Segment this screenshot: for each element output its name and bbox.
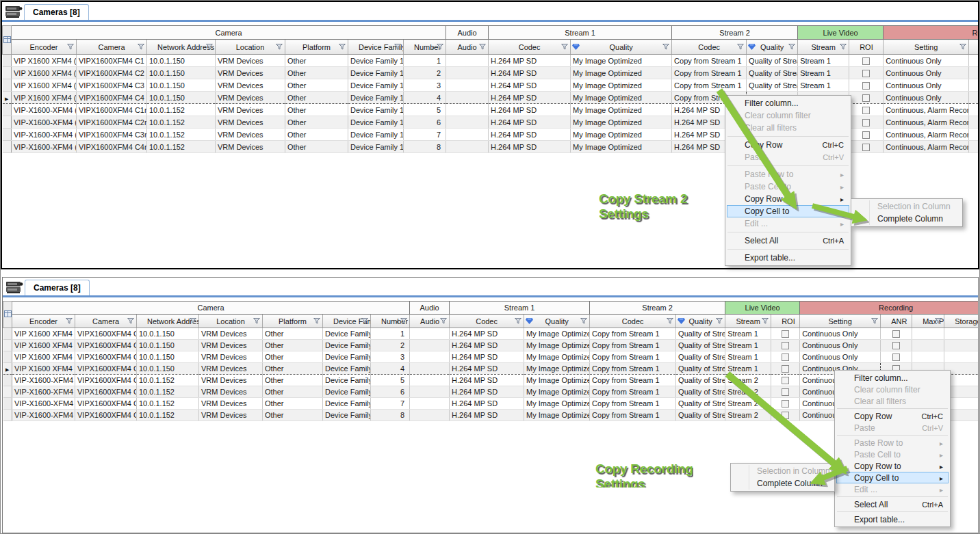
cell-audio[interactable] (410, 351, 450, 363)
cell-anr[interactable] (969, 129, 978, 141)
cell-codec[interactable]: H.264 MP SD (450, 410, 524, 421)
submenu-item-complete-column[interactable]: Complete Column (732, 477, 833, 490)
column-header-camera[interactable]: Camera (75, 315, 137, 328)
cell-codec[interactable]: Copy from Stream 1 (590, 351, 676, 363)
cell-device-family[interactable]: Device Family 1 (348, 55, 404, 67)
cell-encoder[interactable]: VIP X1600 XFM4 (10. (12, 67, 77, 79)
filter-funnel-icon[interactable] (66, 317, 73, 325)
cell-network-address[interactable]: 10.0.1.152 (137, 375, 199, 386)
checkbox-unchecked[interactable] (862, 94, 870, 102)
cell-codec[interactable]: Copy from Stream 1 (590, 340, 676, 351)
filter-funnel-icon[interactable] (190, 317, 196, 325)
column-header-quality[interactable]: Quality (676, 315, 725, 328)
cell-codec[interactable]: H.264 MP SD (489, 92, 571, 104)
column-header-codec[interactable]: Codec (590, 315, 676, 328)
column-header-storage-min-ti[interactable]: Storage Min Ti (944, 315, 978, 328)
menu-item-select-all[interactable]: Select AllCtrl+A (836, 498, 949, 510)
checkbox-unchecked[interactable] (862, 57, 870, 65)
cell-location[interactable]: VRM Devices (199, 328, 263, 340)
cell-anr[interactable] (881, 328, 912, 340)
cell-roi[interactable] (771, 363, 800, 375)
cell-quality[interactable]: My Image Optimized (571, 55, 672, 67)
row-selector[interactable] (3, 129, 12, 141)
cell-roi[interactable] (771, 375, 800, 386)
cell-platform[interactable]: Other (263, 410, 323, 421)
cell-setting[interactable]: Continuous Only (800, 328, 881, 340)
cell-number[interactable]: 8 (371, 410, 410, 421)
cell-network-address[interactable]: 10.0.1.150 (137, 340, 199, 351)
cell-anr[interactable] (969, 141, 978, 153)
cell-encoder[interactable]: VIP-X1600-XFM4 (10. (12, 398, 75, 410)
cell-device-family[interactable]: Device Family 1 (323, 386, 371, 398)
cell-quality[interactable]: My Image Optimized (524, 375, 590, 386)
cell-camera[interactable]: VIPX1600XFM4 C2r (75, 386, 137, 398)
cell-location[interactable]: VRM Devices (199, 351, 263, 363)
cell-location[interactable]: VRM Devices (216, 116, 285, 129)
row-selector[interactable]: ▶ (3, 92, 12, 104)
cell-anr[interactable] (969, 116, 978, 129)
checkbox-unchecked[interactable] (892, 342, 900, 349)
cell-codec[interactable]: Copy from Stream 1 (590, 398, 676, 410)
cell-number[interactable]: 5 (371, 375, 410, 386)
checkbox-unchecked[interactable] (782, 330, 789, 338)
cell-network-address[interactable]: 10.0.1.150 (137, 328, 199, 340)
cell-quality[interactable]: Quality of Strea (747, 79, 798, 92)
tab-cameras[interactable]: Cameras [8] (24, 4, 89, 20)
checkbox-unchecked[interactable] (782, 342, 789, 349)
checkbox-unchecked[interactable] (862, 119, 870, 126)
cell-network-address[interactable]: 10.0.1.150 (147, 55, 216, 67)
cell-setting[interactable]: Continuous, Alarm Recordin (884, 104, 969, 116)
menu-item-filter-column[interactable]: Filter column... (727, 97, 849, 109)
filter-funnel-icon[interactable] (361, 317, 368, 325)
filter-funnel-icon[interactable] (959, 43, 966, 51)
cell-network-address[interactable]: 10.0.1.152 (147, 129, 216, 141)
cell-number[interactable]: 8 (404, 141, 446, 153)
cell-platform[interactable]: Other (285, 141, 348, 153)
filter-funnel-icon[interactable] (206, 43, 213, 51)
checkbox-unchecked[interactable] (782, 400, 789, 408)
cell-storage-min-ti[interactable] (944, 328, 978, 340)
cell-platform[interactable]: Other (285, 79, 348, 92)
filter-funnel-icon[interactable] (394, 43, 401, 51)
cell-codec[interactable]: H.264 MP SD (450, 328, 524, 340)
column-header-anr[interactable]: ANR (881, 315, 912, 328)
cell-encoder[interactable]: VIP-X1600-XFM4 (10. (12, 410, 75, 421)
cell-number[interactable]: 4 (371, 363, 410, 375)
filter-funnel-icon[interactable] (716, 317, 723, 325)
cell-quality[interactable]: My Image Optimized (571, 79, 672, 92)
cell-setting[interactable]: Continuous, Alarm Recordin (884, 116, 969, 129)
cell-location[interactable]: VRM Devices (199, 386, 263, 398)
cell-device-family[interactable]: Device Family 1 (348, 92, 404, 104)
cell-stream[interactable]: Stream 1 (798, 55, 849, 67)
menu-item-copy-row[interactable]: Copy RowCtrl+C (727, 139, 849, 151)
cell-location[interactable]: VRM Devices (216, 104, 285, 116)
cell-quality[interactable]: Quality of Strea (676, 410, 725, 421)
cell-setting[interactable]: Continuous, Alarm Recordin (884, 129, 969, 141)
cell-platform[interactable]: Other (263, 398, 323, 410)
column-header-audio[interactable]: Audio (446, 40, 489, 55)
filter-funnel-icon[interactable] (935, 317, 942, 325)
cell-location[interactable]: VRM Devices (216, 55, 285, 67)
tab-cameras[interactable]: Cameras [8] (25, 280, 90, 295)
row-selector[interactable] (3, 351, 12, 363)
cell-codec[interactable]: Copy from Stream 1 (672, 55, 747, 67)
column-header-number[interactable]: Number▲ (371, 315, 410, 328)
cell-encoder[interactable]: VIP X1600 XFM4 (10. (12, 92, 77, 104)
cell-encoder[interactable]: VIP X1600 XFM4 (10. (12, 55, 77, 67)
checkbox-unchecked[interactable] (782, 388, 789, 396)
cell-stream[interactable]: Stream 1 (725, 363, 771, 375)
column-header-setting[interactable]: Setting (884, 40, 969, 55)
cell-number[interactable]: 6 (404, 116, 446, 129)
cell-codec[interactable]: H.264 MP SD (450, 363, 524, 375)
filter-funnel-icon[interactable] (339, 43, 346, 51)
cell-codec[interactable]: H.264 MP SD (489, 55, 571, 67)
cell-audio[interactable] (410, 375, 450, 386)
cell-encoder[interactable]: VIP X1600 XFM4 (10. (12, 340, 75, 351)
cell-network-address[interactable]: 10.0.1.150 (147, 92, 216, 104)
column-header-quality[interactable]: Quality (571, 40, 672, 55)
cell-platform[interactable]: Other (263, 375, 323, 386)
cell-roi[interactable] (849, 129, 884, 141)
cell-roi[interactable] (849, 67, 884, 79)
cell-network-address[interactable]: 10.0.1.152 (147, 104, 216, 116)
cell-audio[interactable] (410, 398, 450, 410)
